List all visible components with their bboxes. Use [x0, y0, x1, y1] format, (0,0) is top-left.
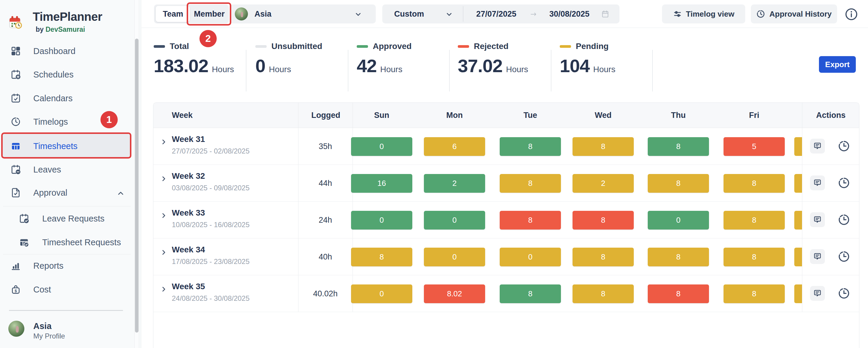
- sidebar-scrollbar-thumb[interactable]: [135, 39, 138, 333]
- day-cell-mon[interactable]: 0: [424, 211, 485, 230]
- day-cell-wed[interactable]: 8: [572, 211, 634, 230]
- day-cell-sun[interactable]: 16: [351, 174, 412, 193]
- week-title[interactable]: Week 31: [172, 135, 205, 144]
- day-cell-sun[interactable]: 8: [351, 248, 412, 266]
- time-history-button[interactable]: [838, 140, 850, 152]
- comment-button[interactable]: [810, 212, 825, 227]
- sidebar-item-timesheets[interactable]: Timesheets: [0, 134, 134, 158]
- chevron-right-icon[interactable]: [160, 138, 168, 146]
- day-cell-tue[interactable]: 8: [500, 284, 561, 303]
- calendar-plus-icon: [11, 69, 21, 79]
- day-cell-wed[interactable]: 8: [572, 284, 634, 303]
- calendar-icon[interactable]: [601, 10, 609, 18]
- info-icon[interactable]: [844, 7, 858, 21]
- sidebar-item-calendars[interactable]: Calendars: [0, 86, 134, 110]
- day-cell-sat-partial[interactable]: [794, 284, 802, 303]
- range-preset-value[interactable]: Custom: [394, 4, 424, 24]
- sidebar-item-timelogs[interactable]: Timelogs: [0, 110, 134, 134]
- chevron-up-icon[interactable]: [117, 189, 125, 198]
- week-title[interactable]: Week 32: [172, 171, 205, 181]
- sidebar: TimePlanner by DevSamurai Dashboard Sche…: [0, 0, 141, 348]
- sidebar-item-leave-requests[interactable]: Leave Requests: [0, 207, 134, 231]
- day-cell-fri[interactable]: 5: [723, 137, 785, 156]
- chevron-right-icon[interactable]: [160, 285, 168, 293]
- topbar-divider: [142, 28, 868, 28]
- time-history-button[interactable]: [838, 250, 850, 263]
- comment-button[interactable]: [810, 249, 825, 264]
- day-cell-sat-partial[interactable]: [794, 137, 802, 156]
- day-cell-fri[interactable]: 8: [723, 284, 785, 303]
- day-cell-tue[interactable]: 8: [500, 174, 561, 193]
- total-legend-dash: [154, 45, 165, 48]
- timelog-view-button[interactable]: Timelog view: [662, 4, 745, 24]
- date-range-control: Custom 27/07/2025 30/08/2025: [382, 4, 619, 24]
- day-cell-fri[interactable]: 8: [723, 248, 785, 266]
- day-cell-thu[interactable]: 0: [648, 211, 709, 230]
- comment-button[interactable]: [810, 175, 825, 190]
- day-cell-mon[interactable]: 0: [424, 248, 485, 266]
- week-title[interactable]: Week 34: [172, 245, 205, 254]
- day-cell-mon[interactable]: 6: [424, 137, 485, 156]
- chevron-right-icon[interactable]: [160, 175, 168, 183]
- segment-team[interactable]: Team: [156, 4, 190, 24]
- chevron-down-icon: [354, 10, 362, 18]
- sidebar-item-leaves[interactable]: Leaves: [0, 158, 134, 181]
- day-cell-wed[interactable]: 8: [572, 137, 634, 156]
- comment-button[interactable]: [810, 139, 825, 153]
- header-logged: Logged: [311, 103, 340, 128]
- time-history-button[interactable]: [838, 213, 850, 226]
- day-cell-sun[interactable]: 0: [351, 211, 412, 230]
- time-history-button[interactable]: [838, 177, 850, 189]
- day-cell-thu[interactable]: 8: [648, 137, 709, 156]
- chevron-right-icon[interactable]: [160, 212, 168, 219]
- day-cell-mon[interactable]: 2: [424, 174, 485, 193]
- day-cell-wed[interactable]: 8: [572, 248, 634, 266]
- week-title[interactable]: Week 35: [172, 282, 205, 291]
- approval-history-button[interactable]: Approval History: [751, 4, 837, 24]
- logged-hours: 40h: [298, 238, 352, 275]
- profile-avatar[interactable]: [8, 321, 24, 337]
- day-cell-sat-partial[interactable]: [794, 174, 802, 193]
- day-cell-wed[interactable]: 2: [572, 174, 634, 193]
- sidebar-item-label: Cost: [33, 285, 51, 294]
- range-divider: [463, 6, 463, 22]
- date-to-value[interactable]: 30/08/2025: [549, 4, 589, 24]
- date-from-value[interactable]: 27/07/2025: [476, 4, 516, 24]
- sidebar-item-schedules[interactable]: Schedules: [0, 63, 134, 86]
- week-title[interactable]: Week 33: [172, 208, 205, 218]
- stat-divider: [652, 50, 653, 92]
- sidebar-item-reports[interactable]: Reports: [0, 254, 134, 278]
- day-cell-fri[interactable]: 8: [723, 211, 785, 230]
- calendar-check-icon: [11, 93, 21, 103]
- day-cell-sat-partial[interactable]: [794, 211, 802, 230]
- day-cell-tue[interactable]: 8: [500, 137, 561, 156]
- day-cell-tue[interactable]: 0: [500, 248, 561, 266]
- day-cell-mon[interactable]: 8.02: [424, 284, 485, 303]
- header-tue: Tue: [524, 103, 537, 128]
- member-select[interactable]: Asia: [230, 4, 376, 24]
- day-cell-thu[interactable]: 8: [648, 284, 709, 303]
- day-cell-sun[interactable]: 0: [351, 284, 412, 303]
- sidebar-item-label: Calendars: [33, 94, 72, 103]
- day-cell-fri[interactable]: 8: [723, 174, 785, 193]
- stat-label: Pending: [576, 42, 609, 51]
- segment-member[interactable]: Member: [191, 4, 227, 24]
- file-check-icon: [11, 188, 21, 198]
- chevron-right-icon[interactable]: [160, 248, 168, 256]
- sidebar-item-timesheet-requests[interactable]: Timesheet Requests: [0, 231, 134, 254]
- view-mode-segmented-control: Team Member: [154, 4, 229, 24]
- day-cell-thu[interactable]: 8: [648, 248, 709, 266]
- day-cell-tue[interactable]: 8: [500, 211, 561, 230]
- sidebar-item-approval[interactable]: Approval: [0, 181, 134, 205]
- sidebar-item-dashboard[interactable]: Dashboard: [0, 39, 134, 63]
- comment-button[interactable]: [810, 286, 825, 301]
- day-cell-sun[interactable]: 0: [351, 137, 412, 156]
- chevron-down-icon[interactable]: [445, 10, 453, 18]
- day-cell-thu[interactable]: 8: [648, 174, 709, 193]
- sidebar-footer-divider: [9, 310, 123, 311]
- time-history-button[interactable]: [838, 287, 850, 300]
- export-button[interactable]: Export: [819, 56, 856, 73]
- profile-name[interactable]: Asia: [33, 321, 52, 331]
- day-cell-sat-partial[interactable]: [794, 248, 802, 266]
- sidebar-item-cost[interactable]: $ Cost: [0, 278, 134, 301]
